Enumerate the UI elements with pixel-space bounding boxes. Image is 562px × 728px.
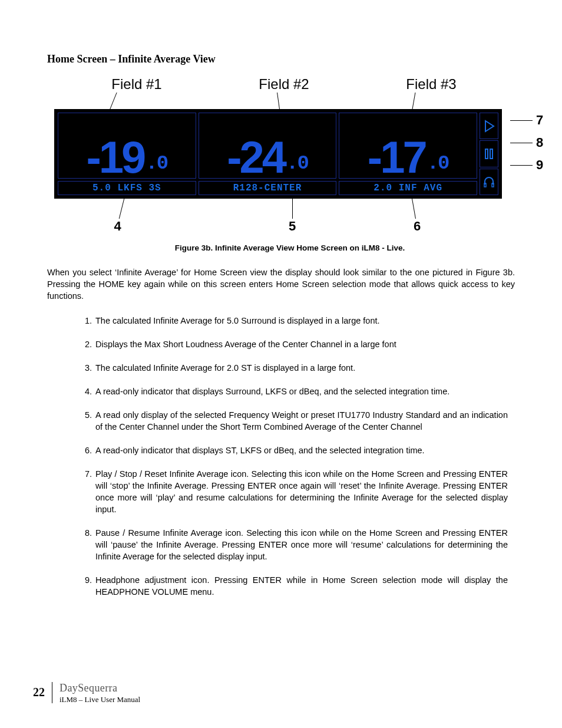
list-item: A read-only indicator that displays ST, … (94, 444, 508, 456)
callout-8: 8 (536, 135, 543, 150)
indicator-6: 2.0 INF AVG (339, 181, 477, 195)
section-title: Home Screen – Infinite Average View (47, 53, 515, 65)
field-3-dec: .0 (427, 153, 449, 173)
field-label-1: Field #1 (78, 76, 196, 93)
callout-9: 9 (536, 157, 543, 173)
page-footer: 22 DaySequerra iLM8 – Live User Manual (33, 682, 140, 704)
figure-caption: Figure 3b. Infinite Average View Home Sc… (54, 243, 525, 252)
headphone-icon[interactable] (480, 169, 498, 195)
manual-name: iLM8 – Live User Manual (59, 695, 140, 704)
indicator-4: 5.0 LKFS 3S (58, 181, 196, 195)
list-item: Pause / Resume Infinite Average icon. Se… (94, 527, 508, 562)
figure-3b: Field #1 Field #2 Field #3 -19 .0 5.0 LK… (54, 76, 525, 252)
list-item: The calculated Infinite Average for 2.0 … (94, 362, 508, 374)
pause-icon[interactable] (480, 140, 498, 167)
list-item: A read-only indicator that displays Surr… (94, 386, 508, 397)
svg-rect-1 (485, 149, 488, 159)
numbered-list: The calculated Infinite Average for 5.0 … (47, 315, 515, 598)
list-item: Displays the Max Short Loudness Average … (94, 338, 508, 350)
indicator-5: R128-CENTER (199, 181, 337, 195)
brand-name: DaySequerra (59, 682, 140, 694)
list-item: Play / Stop / Reset Infinite Average ico… (94, 468, 508, 515)
field-2-value: -24 .0 (199, 113, 337, 179)
callout-4: 4 (113, 219, 122, 234)
field-3-value: -17 .0 (339, 113, 477, 179)
callout-5: 5 (289, 219, 296, 234)
field-1-value: -19 .0 (58, 113, 196, 179)
field-1-dec: .0 (146, 153, 167, 173)
field-1-int: -19 (87, 139, 144, 177)
list-item: A read only display of the selected Freq… (94, 409, 508, 433)
field-3-int: -17 (368, 139, 425, 177)
callout-7: 7 (536, 113, 543, 128)
svg-marker-0 (485, 121, 494, 131)
field-label-2: Field #2 (225, 76, 343, 93)
footer-divider (52, 682, 52, 703)
field-label-3: Field #3 (372, 76, 490, 93)
list-item: The calculated Infinite Average for 5.0 … (94, 315, 508, 327)
svg-rect-2 (490, 149, 492, 159)
callout-6: 6 (414, 219, 421, 234)
device-screen: -19 .0 5.0 LKFS 3S -24 .0 R128-CENTER (54, 109, 502, 199)
list-item: Headphone adjustment icon. Pressing ENTE… (94, 574, 508, 598)
page-number: 22 (33, 682, 45, 699)
field-2-int: -24 (227, 139, 285, 177)
intro-paragraph: When you select ‘Infinite Average’ for H… (47, 266, 515, 302)
play-icon[interactable] (480, 113, 498, 139)
field-2-dec: .0 (286, 153, 308, 173)
